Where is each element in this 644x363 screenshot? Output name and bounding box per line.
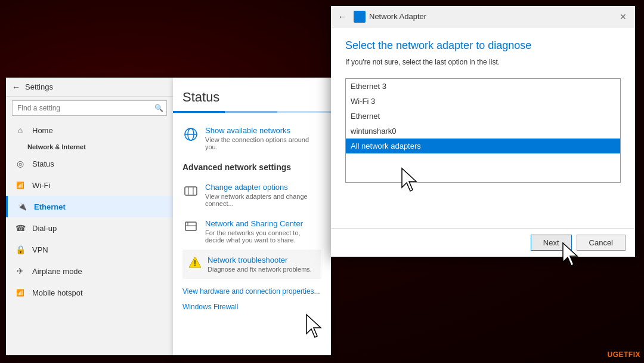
adapter-ethernet[interactable]: Ethernet — [346, 109, 620, 124]
main-body: Show available networks View the connect… — [173, 120, 331, 355]
search-input[interactable] — [12, 100, 167, 116]
sidebar-item-wifi-label: Wi-Fi — [32, 181, 50, 190]
sidebar-item-ethernet-label: Ethernet — [34, 202, 66, 211]
adapter-icon — [182, 183, 199, 199]
adapter-wifi3[interactable]: Wi-Fi 3 — [346, 94, 620, 109]
sidebar-item-status-label: Status — [32, 159, 54, 168]
ethernet-icon: 🔌 — [16, 201, 28, 213]
adapter-list[interactable]: Ethernet 3 Wi-Fi 3 Ethernet wintunshark0… — [345, 78, 621, 183]
nav-section-title: Network & Internet — [6, 141, 173, 153]
troubleshooter-text: Network troubleshooter Diagnose and fix … — [208, 256, 312, 273]
troubleshooter-label: Network troubleshooter — [208, 256, 312, 264]
sidebar-item-vpn-label: VPN — [32, 245, 48, 254]
watermark-suffix: FIX — [628, 350, 640, 359]
dialog-back-button[interactable]: ← — [336, 11, 349, 23]
svg-rect-12 — [360, 13, 364, 16]
change-adapter-text: Change adapter options View network adap… — [205, 183, 321, 207]
adapter-wintunshark[interactable]: wintunshark0 — [346, 124, 620, 139]
sidebar-item-wifi[interactable]: 📶 Wi-Fi — [6, 174, 173, 196]
sharing-center-text: Network and Sharing Center For the netwo… — [205, 219, 321, 244]
change-adapter-desc: View network adapters and change connect… — [205, 193, 321, 207]
dialog-footer: Next Cancel — [331, 228, 635, 257]
sidebar-item-ethernet[interactable]: 🔌 Ethernet — [6, 196, 173, 217]
sidebar-item-home-label: Home — [32, 126, 53, 135]
sidebar-item-airplane-label: Airplane mode — [32, 267, 82, 276]
sidebar-item-dialup[interactable]: ☎ Dial-up — [6, 217, 173, 239]
dialog-body: Select the network adapter to diagnose I… — [331, 27, 635, 228]
hotspot-icon: 📶 — [14, 287, 26, 299]
dialup-icon: ☎ — [14, 222, 26, 234]
dialog-close-button[interactable]: ✕ — [616, 10, 630, 24]
sidebar-item-hotspot[interactable]: 📶 Mobile hotspot — [6, 282, 173, 303]
settings-nav: ⌂ Home Network & Internet ◎ Status 📶 Wi-… — [6, 119, 173, 355]
settings-back-button[interactable]: ← — [12, 82, 20, 92]
show-available-networks-item[interactable]: Show available networks View the connect… — [182, 120, 321, 156]
svg-rect-11 — [355, 13, 360, 17]
show-available-networks-desc: View the connection options around you. — [205, 136, 321, 150]
dialog-window-icon — [354, 11, 366, 23]
airplane-icon: ✈ — [14, 265, 26, 277]
sharing-center-label: Network and Sharing Center — [205, 219, 321, 228]
adapter-ethernet3[interactable]: Ethernet 3 — [346, 79, 620, 94]
sidebar-item-hotspot-label: Mobile hotspot — [32, 288, 83, 297]
watermark-prefix: UGET — [607, 350, 628, 359]
svg-rect-6 — [185, 222, 196, 230]
svg-rect-13 — [355, 17, 359, 21]
dialog-title: Network Adapter — [369, 12, 616, 21]
svg-rect-14 — [360, 17, 364, 21]
sharing-center-desc: For the networks you connect to, decide … — [205, 229, 321, 244]
change-adapter-label: Change adapter options — [205, 183, 321, 192]
vpn-icon: 🔒 — [14, 244, 26, 256]
troubleshooter-desc: Diagnose and fix network problems. — [208, 266, 312, 273]
sharing-center-item[interactable]: Network and Sharing Center For the netwo… — [182, 213, 321, 250]
sharing-icon — [182, 219, 199, 236]
next-button[interactable]: Next — [531, 235, 572, 251]
settings-window-title: Settings — [25, 82, 53, 91]
sidebar-item-home[interactable]: ⌂ Home — [6, 119, 173, 141]
advanced-section-heading: Advanced network settings — [182, 162, 321, 172]
search-wrapper: 🔍 — [6, 97, 173, 119]
section-divider — [173, 111, 331, 113]
wifi-icon: 📶 — [14, 179, 26, 191]
status-icon: ◎ — [14, 158, 26, 170]
change-adapter-item[interactable]: Change adapter options View network adap… — [182, 177, 321, 213]
settings-titlebar: ← Settings — [6, 78, 173, 97]
network-adapter-dialog: ← Network Adapter ✕ Select the network a… — [331, 6, 635, 257]
troubleshooter-item[interactable]: ! Network troubleshooter Diagnose and fi… — [182, 250, 321, 279]
search-icon: 🔍 — [154, 104, 163, 112]
watermark: UGETFIX — [607, 349, 640, 359]
warning-icon: ! — [188, 256, 203, 270]
svg-rect-3 — [185, 187, 197, 195]
windows-firewall-link[interactable]: Windows Firewall — [182, 299, 321, 315]
sidebar-item-status[interactable]: ◎ Status — [6, 153, 173, 174]
show-available-networks-label: Show available networks — [205, 126, 321, 135]
sidebar-item-dialup-label: Dial-up — [32, 224, 57, 233]
dialog-subtitle: If you're not sure, select the last opti… — [345, 58, 621, 66]
dialog-titlebar: ← Network Adapter ✕ — [331, 6, 635, 27]
settings-window: ← Settings 🔍 ⌂ Home Network & Internet ◎… — [6, 78, 173, 355]
page-title: Status — [173, 78, 331, 111]
sidebar-item-vpn[interactable]: 🔒 VPN — [6, 239, 173, 260]
show-available-networks-text: Show available networks View the connect… — [205, 126, 321, 150]
watermark-text: UGETFIX — [607, 350, 640, 359]
sidebar-item-airplane[interactable]: ✈ Airplane mode — [6, 260, 173, 282]
main-content-panel: Status Show available networks View the … — [173, 78, 331, 355]
home-icon: ⌂ — [14, 124, 26, 136]
adapter-all[interactable]: All network adapters — [346, 139, 620, 153]
cancel-button[interactable]: Cancel — [577, 235, 626, 251]
dialog-heading: Select the network adapter to diagnose — [345, 39, 621, 52]
svg-text:!: ! — [194, 259, 196, 267]
network-icon — [182, 126, 199, 143]
view-hardware-link[interactable]: View hardware and connection properties.… — [182, 284, 321, 299]
